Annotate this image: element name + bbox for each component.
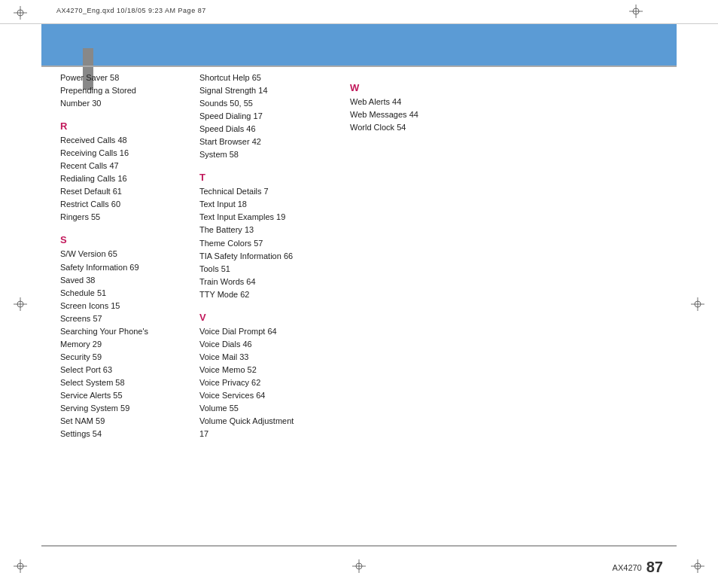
section-v: V	[199, 312, 342, 323]
entry-voice-mail: Voice Mail 33	[199, 351, 342, 364]
entry-received-calls: Received Calls 48	[60, 134, 192, 147]
entry-prepending: Prepending a Stored	[60, 84, 192, 97]
entry-service-alerts: Service Alerts 55	[60, 389, 192, 402]
entry-speed-dialing: Speed Dialing 17	[199, 110, 342, 123]
entry-voice-dial-prompt: Voice Dial Prompt 64	[199, 325, 342, 338]
section-s: S	[60, 234, 192, 245]
entry-schedule: Schedule 51	[60, 287, 192, 300]
entry-settings: Settings 54	[60, 428, 192, 440]
entry-voice-dials: Voice Dials 46	[199, 338, 342, 351]
entry-ringers: Ringers 55	[60, 211, 192, 224]
entry-volume: Volume 55	[199, 402, 342, 415]
entry-web-alerts: Web Alerts 44	[350, 96, 474, 108]
section-w: W	[350, 82, 474, 93]
blue-header-band	[41, 24, 677, 66]
entry-select-port: Select Port 63	[60, 364, 192, 376]
entry-set-nam: Set NAM 59	[60, 415, 192, 428]
column-right: W Web Alerts 44 Web Messages 44 World Cl…	[346, 72, 478, 543]
entry-theme-colors: Theme Colors 57	[199, 237, 342, 250]
entry-searching: Searching Your Phone's	[60, 325, 192, 338]
column-left: Power Saver 58 Prepending a Stored Numbe…	[56, 72, 196, 543]
entry-power-saver: Power Saver 58	[60, 72, 192, 84]
bottom-right-crosshair	[691, 559, 704, 574]
section-r: R	[60, 120, 192, 132]
entry-sounds: Sounds 50, 55	[199, 97, 342, 110]
entry-shortcut-help: Shortcut Help 65	[199, 72, 342, 84]
entry-saved: Saved 38	[60, 274, 192, 287]
entry-serving-system: Serving System 59	[60, 402, 192, 415]
entry-voice-memo: Voice Memo 52	[199, 364, 342, 376]
page-number: 87	[647, 559, 663, 576]
entry-the-battery: The Battery 13	[199, 224, 342, 236]
entry-tia-safety: TIA Safety Information 66	[199, 250, 342, 263]
right-side-mark	[691, 297, 704, 312]
entry-world-clock: World Clock 54	[350, 121, 474, 134]
entry-system: System 58	[199, 148, 342, 161]
left-side-mark	[14, 297, 27, 312]
entry-screens: Screens 57	[60, 312, 192, 325]
entry-screen-icons: Screen Icons 15	[60, 300, 192, 312]
top-divider	[41, 66, 677, 67]
entry-safety-info: Safety Information 69	[60, 261, 192, 274]
entry-restrict-calls: Restrict Calls 60	[60, 198, 192, 211]
content-area: Power Saver 58 Prepending a Stored Numbe…	[56, 72, 662, 543]
entry-reset-default: Reset Default 61	[60, 185, 192, 198]
top-left-crosshair	[14, 6, 27, 21]
entry-web-messages: Web Messages 44	[350, 108, 474, 121]
section-t: T	[199, 172, 342, 183]
entry-signal-strength: Signal Strength 14	[199, 84, 342, 97]
entry-voice-privacy: Voice Privacy 62	[199, 376, 342, 389]
entry-start-browser: Start Browser 42	[199, 136, 342, 148]
page-label: AX4270	[613, 563, 642, 572]
entry-speed-dials: Speed Dials 46	[199, 123, 342, 136]
bottom-left-crosshair	[14, 559, 27, 574]
entry-volume-quick-num: 17	[199, 428, 342, 440]
entry-voice-services: Voice Services 64	[199, 389, 342, 402]
entry-number: Number 30	[60, 97, 192, 110]
entry-tty-mode: TTY Mode 62	[199, 288, 342, 301]
entry-volume-quick: Volume Quick Adjustment	[199, 415, 342, 428]
entry-sw-version: S/W Version 65	[60, 248, 192, 260]
entry-tools: Tools 51	[199, 263, 342, 276]
top-registration-bar: AX4270_Eng.qxd 10/18/05 9:23 AM Page 87	[0, 0, 718, 24]
entry-recent-calls: Recent Calls 47	[60, 160, 192, 172]
bottom-center-crosshair	[352, 559, 366, 574]
entry-text-input: Text Input 18	[199, 198, 342, 211]
entry-receiving-calls: Receiving Calls 16	[60, 147, 192, 160]
entry-technical-details: Technical Details 7	[199, 185, 342, 198]
entry-redialing-calls: Redialing Calls 16	[60, 172, 192, 185]
entry-train-words: Train Words 64	[199, 276, 342, 288]
entry-memory: Memory 29	[60, 338, 192, 351]
column-middle: Shortcut Help 65 Signal Strength 14 Soun…	[196, 72, 346, 543]
entry-security: Security 59	[60, 351, 192, 364]
reg-text: AX4270_Eng.qxd 10/18/05 9:23 AM Page 87	[56, 7, 206, 14]
entry-select-system: Select System 58	[60, 376, 192, 389]
entry-text-input-examples: Text Input Examples 19	[199, 211, 342, 224]
top-reg-crosshair	[629, 5, 643, 20]
